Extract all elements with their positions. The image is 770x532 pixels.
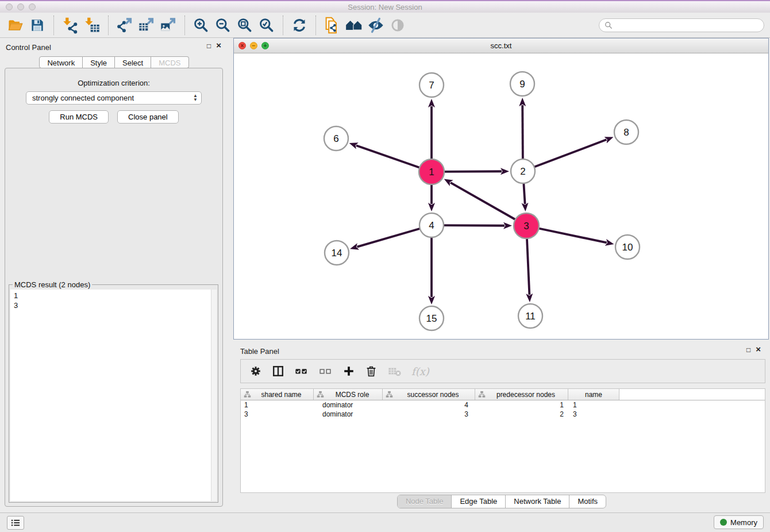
svg-text:14: 14: [332, 248, 342, 259]
network-frame-close-button[interactable]: [238, 42, 246, 49]
open-session-icon: [7, 17, 24, 34]
run-mcds-button[interactable]: Run MCDS: [49, 110, 109, 124]
optimization-criterion-value: strongly connected component: [32, 94, 193, 102]
zoom-selected-button[interactable]: [256, 14, 278, 36]
graph-node-15[interactable]: 15: [419, 306, 444, 330]
tab-network-table[interactable]: Network Table: [505, 495, 569, 508]
delete-table-button: [387, 365, 402, 377]
table-toolbar: f(x): [240, 359, 765, 383]
network-frame-titlebar[interactable]: scc.txt: [234, 38, 768, 53]
control-panel-float-button[interactable]: [207, 43, 211, 49]
mcds-result-area[interactable]: 13: [10, 290, 217, 501]
graph-node-8[interactable]: 8: [614, 120, 638, 144]
tab-node-table[interactable]: Node Table: [398, 495, 452, 508]
network-frame-minimize-button[interactable]: [250, 42, 257, 49]
table-panel-float-button[interactable]: [746, 346, 750, 353]
column-header-name[interactable]: name: [568, 389, 619, 400]
zoom-out-button[interactable]: [212, 14, 234, 36]
import-network-button[interactable]: [59, 14, 81, 36]
apply-preferred-layout-button[interactable]: [288, 14, 310, 36]
search-input[interactable]: [615, 21, 759, 30]
open-session-button[interactable]: [5, 14, 26, 36]
column-header-mcds-role[interactable]: MCDS role: [314, 389, 383, 400]
tab-network[interactable]: Network: [39, 56, 83, 68]
cell-mcds-role: dominator: [314, 401, 383, 409]
svg-text:4: 4: [429, 220, 434, 231]
graph-edge-2-8[interactable]: [523, 140, 606, 171]
svg-text:15: 15: [426, 313, 437, 324]
toolbar-separator: [53, 16, 54, 35]
mcds-panel: Optimization criterion: strongly connect…: [5, 68, 223, 507]
search-icon: [605, 21, 613, 29]
column-header-successor-nodes[interactable]: successor nodes: [383, 389, 475, 400]
export-table-button[interactable]: [136, 14, 157, 36]
toolbar-separator: [184, 16, 185, 35]
graph-node-14[interactable]: 14: [325, 241, 349, 265]
table-row[interactable]: 3dominator323: [241, 410, 765, 419]
network-canvas[interactable]: 7968124314101511: [234, 53, 768, 339]
control-panel-close-button[interactable]: [216, 42, 221, 49]
tab-select[interactable]: Select: [115, 56, 151, 68]
graph-node-3[interactable]: 3: [514, 213, 539, 238]
zoom-in-button[interactable]: [190, 14, 212, 36]
export-network-icon: [116, 17, 133, 34]
network-frame-zoom-button[interactable]: [261, 42, 269, 49]
select-all-boxes-button[interactable]: [294, 365, 309, 377]
zoom-in-icon: [193, 17, 209, 33]
export-image-button[interactable]: [157, 14, 179, 36]
node-table: shared nameMCDS rolesuccessor nodesprede…: [240, 388, 765, 493]
import-table-button[interactable]: [81, 14, 103, 36]
window-title: Session: New Session: [0, 3, 770, 11]
column-header-predecessor-nodes[interactable]: predecessor nodes: [475, 389, 568, 400]
svg-text:2: 2: [520, 166, 525, 177]
table-row[interactable]: 1dominator411: [241, 400, 765, 410]
save-session-button[interactable]: [26, 14, 48, 36]
graph-node-7[interactable]: 7: [419, 73, 444, 97]
new-network-from-selection-button[interactable]: [321, 14, 343, 36]
mcds-result-item: 3: [14, 300, 213, 310]
table-panel-close-button[interactable]: [756, 346, 761, 353]
delete-row-button[interactable]: [365, 365, 378, 377]
optimization-criterion-dropdown[interactable]: strongly connected component ▲▼: [26, 91, 202, 105]
graph-node-4[interactable]: 4: [419, 213, 444, 237]
close-panel-button[interactable]: Close panel: [117, 110, 179, 124]
network-frame-title: scc.txt: [234, 38, 768, 50]
column-header-shared-name[interactable]: shared name: [241, 389, 314, 400]
first-neighbors-button[interactable]: [343, 14, 365, 36]
memory-button[interactable]: Memory: [714, 515, 764, 529]
show-command-panel-button[interactable]: [7, 516, 24, 530]
cell-predecessor-nodes: 1: [475, 401, 568, 409]
graph-node-1[interactable]: 1: [419, 159, 444, 184]
mcds-result-list: 13: [10, 290, 217, 311]
export-network-button[interactable]: [114, 14, 136, 36]
zoom-fit-content-button[interactable]: [234, 14, 256, 36]
cytoscape-window: { "window": {"title": "Session: New Sess…: [0, 0, 770, 532]
tab-motifs[interactable]: Motifs: [569, 495, 606, 508]
graph-node-10[interactable]: 10: [615, 235, 640, 259]
cell-shared-name: 1: [241, 401, 314, 409]
tab-mcds[interactable]: MCDS: [151, 56, 188, 68]
add-row-button[interactable]: [342, 365, 355, 377]
graph-node-6[interactable]: 6: [324, 126, 348, 151]
table-panel: Table Panel f(x) shared nameMCDS rolesuc…: [233, 342, 770, 511]
import-table-icon: [83, 17, 101, 34]
table-settings-button[interactable]: [249, 365, 262, 377]
show-all-button[interactable]: [387, 14, 409, 36]
first-neighbors-icon: [345, 17, 363, 34]
mcds-result-scrollbar[interactable]: [211, 290, 217, 501]
graph-node-9[interactable]: 9: [510, 72, 534, 96]
tab-style[interactable]: Style: [83, 56, 115, 68]
import-network-icon: [61, 17, 79, 34]
cell-mcds-role: dominator: [314, 410, 383, 418]
tab-edge-table[interactable]: Edge Table: [451, 495, 505, 508]
show-columns-button[interactable]: [272, 365, 284, 377]
hide-selected-button[interactable]: [365, 14, 387, 36]
network-graph[interactable]: 7968124314101511: [234, 53, 768, 338]
memory-status-icon: [720, 519, 727, 526]
unselect-all-boxes-button[interactable]: [318, 365, 333, 377]
graph-node-11[interactable]: 11: [518, 304, 542, 328]
search-box[interactable]: [599, 18, 764, 32]
graph-node-2[interactable]: 2: [511, 159, 535, 183]
svg-text:1: 1: [429, 167, 434, 178]
tree-hierarchy-icon: [386, 391, 393, 398]
